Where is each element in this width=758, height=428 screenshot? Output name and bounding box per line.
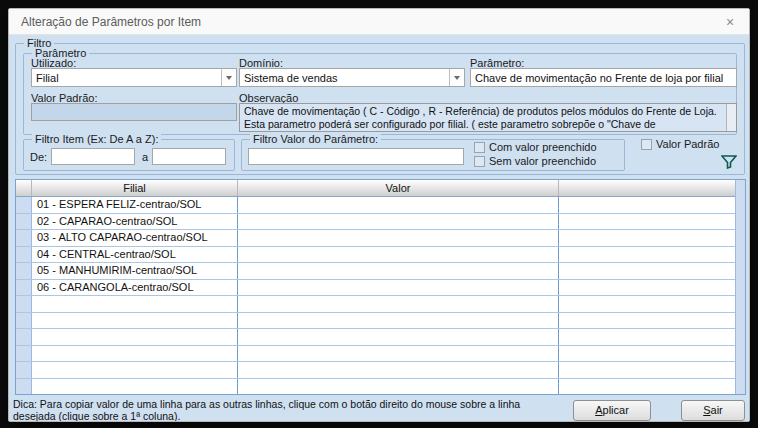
- filtro-valor-group-label: Filtro Valor do Parâmetro:: [250, 133, 381, 145]
- table-row: [16, 296, 735, 313]
- filial-cell[interactable]: [32, 329, 238, 345]
- filial-valor-table: Filial Valor 01 - ESPERA FELIZ-centrao/S…: [15, 179, 746, 395]
- filial-cell[interactable]: 04 - CENTRAL-centrao/SOL: [32, 247, 238, 263]
- checkbox-icon[interactable]: [641, 139, 652, 150]
- title-bar[interactable]: Alteração de Parâmetros por Item ×: [9, 9, 749, 35]
- a-label: a: [142, 151, 148, 163]
- sair-button[interactable]: Sair: [681, 400, 745, 421]
- parametro-input[interactable]: Chave de movimentação no Frente de loja …: [470, 68, 737, 87]
- valor-cell[interactable]: [238, 280, 559, 296]
- table-row: 05 - MANHUMIRIM-centrao/SOL: [16, 263, 735, 280]
- valor-padrao-input[interactable]: [31, 103, 237, 121]
- valor-cell[interactable]: [238, 214, 559, 230]
- com-valor-label: Com valor preenchido: [489, 141, 597, 153]
- filial-cell[interactable]: 02 - CAPARAO-centrao/SOL: [32, 214, 238, 230]
- valor-cell[interactable]: [238, 247, 559, 263]
- filtro-valor-input[interactable]: [248, 148, 464, 165]
- extra-cell: [559, 296, 735, 312]
- extra-cell: [559, 313, 735, 329]
- filial-cell[interactable]: 05 - MANHUMIRIM-centrao/SOL: [32, 263, 238, 279]
- utilizado-value: Filial: [36, 72, 59, 84]
- table-row: [16, 313, 735, 330]
- filtro-item-group: Filtro Item (Ex: De A a Z): De: a: [23, 139, 235, 171]
- filial-cell[interactable]: [32, 346, 238, 362]
- valor-cell[interactable]: [238, 329, 559, 345]
- filtro-item-de-input[interactable]: [51, 148, 135, 165]
- extra-cell: [559, 247, 735, 263]
- dialog-alteracao-parametros: Alteração de Parâmetros por Item × Filtr…: [8, 8, 750, 422]
- table-main: Filial Valor 01 - ESPERA FELIZ-centrao/S…: [16, 180, 735, 394]
- extra-cell: [559, 197, 735, 213]
- extra-cell: [559, 329, 735, 345]
- table-row: [16, 379, 735, 395]
- row-selector-header[interactable]: [16, 180, 32, 196]
- valor-cell[interactable]: [238, 296, 559, 312]
- sem-valor-checkbox[interactable]: Sem valor preenchido: [474, 155, 596, 167]
- extra-cell: [559, 230, 735, 246]
- aplicar-button[interactable]: Aplicar: [573, 400, 651, 421]
- table-header-row: Filial Valor: [16, 180, 735, 197]
- valor-cell[interactable]: [238, 379, 559, 395]
- table-vertical-scrollbar[interactable]: [735, 180, 745, 394]
- valor-padrao-checkbox[interactable]: Valor Padrão: [641, 138, 719, 150]
- filtro-valor-group: Filtro Valor do Parâmetro: Com valor pre…: [241, 139, 625, 171]
- com-valor-checkbox[interactable]: Com valor preenchido: [474, 141, 597, 153]
- close-icon[interactable]: ×: [721, 13, 739, 31]
- filtro-item-group-label: Filtro Item (Ex: De A a Z):: [32, 133, 161, 145]
- row-selector-cell[interactable]: [16, 379, 32, 395]
- row-selector-cell[interactable]: [16, 346, 32, 362]
- valor-cell[interactable]: [238, 263, 559, 279]
- table-row: 03 - ALTO CAPARAO-centrao/SOL: [16, 230, 735, 247]
- column-header-extra: [559, 180, 735, 196]
- checkbox-icon[interactable]: [474, 142, 485, 153]
- filial-cell[interactable]: [32, 379, 238, 395]
- row-selector-cell[interactable]: [16, 197, 32, 213]
- table-row: [16, 362, 735, 379]
- extra-cell: [559, 379, 735, 395]
- row-selector-cell[interactable]: [16, 247, 32, 263]
- table-row: 02 - CAPARAO-centrao/SOL: [16, 214, 735, 231]
- column-header-filial[interactable]: Filial: [32, 180, 238, 196]
- sem-valor-label: Sem valor preenchido: [489, 155, 596, 167]
- extra-cell: [559, 280, 735, 296]
- row-selector-cell[interactable]: [16, 329, 32, 345]
- chevron-down-icon[interactable]: [449, 69, 464, 86]
- row-selector-cell[interactable]: [16, 214, 32, 230]
- filtro-item-a-input[interactable]: [152, 148, 226, 165]
- de-label: De:: [30, 151, 47, 163]
- table-row: [16, 329, 735, 346]
- valor-cell[interactable]: [238, 230, 559, 246]
- row-selector-cell[interactable]: [16, 263, 32, 279]
- row-selector-cell[interactable]: [16, 280, 32, 296]
- extra-cell: [559, 362, 735, 378]
- filial-cell[interactable]: 01 - ESPERA FELIZ-centrao/SOL: [32, 197, 238, 213]
- table-row: 06 - CARANGOLA-centrao/SOL: [16, 280, 735, 297]
- row-selector-cell[interactable]: [16, 296, 32, 312]
- observacao-text: Chave de movimentação ( C - Código , R -…: [244, 105, 717, 132]
- column-header-valor[interactable]: Valor: [238, 180, 559, 196]
- valor-cell[interactable]: [238, 362, 559, 378]
- row-selector-cell[interactable]: [16, 313, 32, 329]
- observacao-scrollbar[interactable]: [726, 104, 736, 131]
- desktop-background: Alteração de Parâmetros por Item × Filtr…: [0, 0, 758, 428]
- utilizado-combobox[interactable]: Filial: [31, 68, 237, 87]
- filter-funnel-icon[interactable]: [721, 155, 737, 169]
- valor-cell[interactable]: [238, 197, 559, 213]
- filial-cell[interactable]: [32, 313, 238, 329]
- table-body: 01 - ESPERA FELIZ-centrao/SOL02 - CAPARA…: [16, 197, 735, 394]
- filial-cell[interactable]: [32, 296, 238, 312]
- extra-cell: [559, 346, 735, 362]
- filial-cell[interactable]: 06 - CARANGOLA-centrao/SOL: [32, 280, 238, 296]
- valor-cell[interactable]: [238, 313, 559, 329]
- row-selector-cell[interactable]: [16, 230, 32, 246]
- table-row: [16, 346, 735, 363]
- valor-cell[interactable]: [238, 346, 559, 362]
- checkbox-icon[interactable]: [474, 156, 485, 167]
- window-title: Alteração de Parâmetros por Item: [21, 15, 201, 29]
- chevron-down-icon[interactable]: [221, 69, 236, 86]
- dominio-value: Sistema de vendas: [244, 72, 338, 84]
- row-selector-cell[interactable]: [16, 362, 32, 378]
- dominio-combobox[interactable]: Sistema de vendas: [239, 68, 465, 87]
- filial-cell[interactable]: 03 - ALTO CAPARAO-centrao/SOL: [32, 230, 238, 246]
- filial-cell[interactable]: [32, 362, 238, 378]
